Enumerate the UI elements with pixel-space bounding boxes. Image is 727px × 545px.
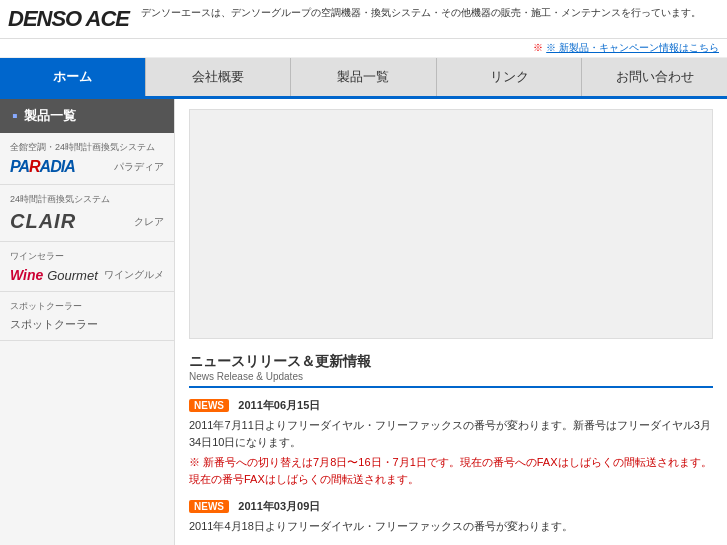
clair-name: クレア bbox=[134, 215, 164, 229]
nav-home-label: ホーム bbox=[53, 69, 92, 84]
news-badge-1: NEWS bbox=[189, 399, 229, 412]
sidebar-bullet: ▪ bbox=[12, 107, 18, 125]
wine-logo: Wine Gourmet bbox=[10, 267, 100, 283]
sidebar-wine-section: ワインセラー Wine Gourmet ワイングルメ bbox=[0, 242, 174, 292]
sidebar-clair-section: 24時間計画換気システム CLAIR クレア bbox=[0, 185, 174, 242]
sidebar-paradia-product[interactable]: PARADIA パラディア bbox=[10, 158, 164, 176]
nav-products[interactable]: 製品一覧 bbox=[291, 58, 437, 96]
sidebar-wine-product[interactable]: Wine Gourmet ワイングルメ bbox=[10, 267, 164, 283]
news-date-2: 2011年03月09日 bbox=[238, 500, 320, 512]
news-note-1: ※ 新番号への切り替えは7月8日〜16日・7月1日です。現在の番号へのFAXはし… bbox=[189, 454, 713, 487]
news-badge-2: NEWS bbox=[189, 500, 229, 513]
sidebar-header: ▪ 製品一覧 bbox=[0, 99, 174, 133]
sidebar-spot-section: スポットクーラー スポットクーラー bbox=[0, 292, 174, 341]
nav-links[interactable]: リンク bbox=[437, 58, 583, 96]
clair-logo: CLAIR bbox=[10, 210, 130, 233]
paradia-logo: PARADIA bbox=[10, 158, 110, 176]
sidebar: ▪ 製品一覧 全館空調・24時間計画換気システム PARADIA パラディア 2… bbox=[0, 99, 175, 545]
news-title-jp: ニュースリリース＆更新情報 bbox=[189, 353, 713, 371]
sidebar-paradia-title: 全館空調・24時間計画換気システム bbox=[10, 141, 164, 154]
news-title-en: News Release & Updates bbox=[189, 371, 713, 382]
notice-bar: ※ ※ 新製品・キャンペーン情報はこちら bbox=[0, 39, 727, 58]
sidebar-clair-product[interactable]: CLAIR クレア bbox=[10, 210, 164, 233]
news-section: ニュースリリース＆更新情報 News Release & Updates NEW… bbox=[189, 353, 713, 535]
main-content: ニュースリリース＆更新情報 News Release & Updates NEW… bbox=[175, 99, 727, 545]
nav-products-label: 製品一覧 bbox=[337, 69, 389, 84]
news-body-2: 2011年4月18日よりフリーダイヤル・フリーファックスの番号が変わります。 bbox=[189, 518, 713, 535]
sidebar-wine-title: ワインセラー bbox=[10, 250, 164, 263]
news-body-1: 2011年7月11日よりフリーダイヤル・フリーファックスの番号が変わります。新番… bbox=[189, 417, 713, 450]
news-item-2: NEWS 2011年03月09日 2011年4月18日よりフリーダイヤル・フリー… bbox=[189, 499, 713, 535]
sidebar-clair-title: 24時間計画換気システム bbox=[10, 193, 164, 206]
news-date-1: 2011年06月15日 bbox=[238, 399, 320, 411]
site-logo: DENSO ACE bbox=[8, 6, 129, 32]
nav-links-label: リンク bbox=[490, 69, 529, 84]
notice-link[interactable]: ※ 新製品・キャンペーン情報はこちら bbox=[546, 42, 719, 53]
nav-contact[interactable]: お問い合わせ bbox=[582, 58, 727, 96]
nav-contact-label: お問い合わせ bbox=[616, 69, 694, 84]
sidebar-paradia-section: 全館空調・24時間計画換気システム PARADIA パラディア bbox=[0, 133, 174, 185]
notice-asterisk: ※ bbox=[533, 42, 543, 53]
main-nav: ホーム 会社概要 製品一覧 リンク お問い合わせ bbox=[0, 58, 727, 99]
wine-name: ワイングルメ bbox=[104, 268, 164, 282]
sidebar-spot-product[interactable]: スポットクーラー bbox=[10, 317, 164, 332]
banner-area bbox=[189, 109, 713, 339]
page-header: DENSO ACE デンソーエースは、デンソーグループの空調機器・換気システム・… bbox=[0, 0, 727, 39]
news-item-2-header: NEWS 2011年03月09日 bbox=[189, 499, 713, 514]
news-item-1: NEWS 2011年06月15日 2011年7月11日よりフリーダイヤル・フリー… bbox=[189, 398, 713, 487]
sidebar-spot-title: スポットクーラー bbox=[10, 300, 164, 313]
news-header: ニュースリリース＆更新情報 News Release & Updates bbox=[189, 353, 713, 388]
spot-logo: スポットクーラー bbox=[10, 317, 164, 332]
news-item-1-header: NEWS 2011年06月15日 bbox=[189, 398, 713, 413]
paradia-name: パラディア bbox=[114, 160, 164, 174]
nav-company[interactable]: 会社概要 bbox=[146, 58, 292, 96]
nav-home[interactable]: ホーム bbox=[0, 58, 146, 96]
main-layout: ▪ 製品一覧 全館空調・24時間計画換気システム PARADIA パラディア 2… bbox=[0, 99, 727, 545]
header-description: デンソーエースは、デンソーグループの空調機器・換気システム・その他機器の販売・施… bbox=[141, 6, 719, 20]
nav-company-label: 会社概要 bbox=[192, 69, 244, 84]
sidebar-title: 製品一覧 bbox=[24, 107, 76, 125]
